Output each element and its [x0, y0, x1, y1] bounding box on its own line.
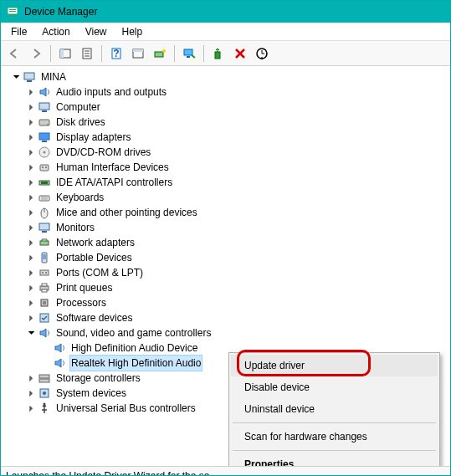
tree-item-label[interactable]: Processors — [54, 295, 108, 310]
properties-button[interactable] — [77, 44, 97, 64]
tree-item-label[interactable]: Sound, video and game controllers — [54, 325, 213, 340]
system-icon — [38, 386, 51, 400]
tree-item-label[interactable]: Disk drives — [54, 115, 107, 130]
svg-rect-40 — [39, 223, 49, 230]
tree-item-label[interactable]: Human Interface Devices — [54, 160, 171, 175]
tree-item[interactable]: ⏵Keyboards — [3, 190, 448, 205]
tree-item[interactable]: ⏵Audio inputs and outputs — [3, 84, 448, 100]
tree-item-label[interactable]: Print queues — [54, 280, 114, 295]
tree-item[interactable]: ⏵Display adapters — [3, 130, 448, 145]
tree-item[interactable]: ⏵Computer — [3, 100, 448, 115]
tree-item-label[interactable]: IDE ATA/ATAPI controllers — [54, 175, 174, 190]
tree-item[interactable]: ⏵Ports (COM & LPT) — [3, 265, 448, 280]
tree-item-label[interactable]: Mice and other pointing devices — [54, 205, 199, 220]
expand-icon[interactable]: ⏵ — [26, 145, 38, 160]
context-properties[interactable]: Properties — [231, 453, 438, 466]
show-hide-tree-button[interactable] — [55, 44, 75, 64]
expand-icon[interactable]: ⏵ — [26, 310, 38, 325]
tree-item[interactable]: ⏵Monitors — [3, 220, 448, 235]
tree-item[interactable]: ⏵Disk drives — [3, 115, 448, 130]
expand-icon[interactable]: ⏷ — [11, 69, 23, 84]
uninstall-button[interactable] — [230, 44, 250, 64]
svg-point-47 — [45, 272, 47, 274]
update-driver-button[interactable] — [208, 44, 228, 64]
expand-icon[interactable]: ⏵ — [26, 160, 38, 175]
tree-item[interactable]: ⏵Human Interface Devices — [3, 160, 448, 175]
expand-icon[interactable]: ⏵ — [26, 401, 38, 416]
svg-rect-3 — [9, 11, 16, 12]
action-button[interactable] — [128, 44, 148, 64]
expand-icon[interactable]: ⏵ — [26, 205, 38, 220]
svg-rect-41 — [42, 231, 47, 233]
statusbar: Launches the Update Driver Wizard for th… — [1, 466, 450, 476]
expand-icon[interactable]: ⏵ — [26, 84, 38, 100]
tree-item[interactable]: ⏵Network adapters — [3, 235, 448, 250]
expand-icon[interactable]: ⏵ — [26, 115, 38, 130]
tree-item-label[interactable]: Computer — [54, 100, 102, 115]
context-update-driver[interactable]: Update driver — [231, 355, 438, 376]
root-label[interactable]: MINA — [39, 69, 68, 84]
svg-point-46 — [42, 272, 44, 274]
expand-icon[interactable]: ⏵ — [26, 220, 38, 235]
tree-item-label[interactable]: DVD/CD-ROM drives — [54, 145, 152, 160]
tree-item-label[interactable]: Audio inputs and outputs — [54, 84, 168, 100]
collapse-icon[interactable]: ⏷ — [26, 325, 38, 340]
svg-rect-45 — [40, 270, 49, 275]
svg-rect-14 — [155, 52, 163, 57]
menu-action[interactable]: Action — [35, 24, 76, 39]
menu-file[interactable]: File — [4, 24, 33, 39]
tree-item-label[interactable]: Display adapters — [54, 130, 132, 145]
tree-item-label[interactable]: Ports (COM & LPT) — [54, 265, 145, 280]
context-uninstall-device[interactable]: Uninstall device — [231, 398, 438, 420]
expand-icon[interactable]: ⏵ — [26, 130, 38, 145]
tree-item-label[interactable]: Portable Devices — [54, 250, 134, 265]
expand-icon[interactable]: ⏵ — [26, 280, 38, 295]
tree-item[interactable]: ⏵Processors — [3, 295, 448, 310]
forward-button[interactable] — [26, 44, 46, 64]
tree-item-label[interactable]: Universal Serial Bus controllers — [54, 401, 197, 416]
tree-item[interactable]: ⏵DVD/CD-ROM drives — [3, 145, 448, 160]
tree-item-label[interactable]: Storage controllers — [54, 371, 142, 386]
svg-rect-23 — [42, 110, 47, 112]
expand-icon[interactable]: ⏵ — [26, 235, 38, 250]
svg-point-25 — [47, 124, 49, 125]
expand-icon[interactable]: ⏵ — [26, 371, 38, 386]
expand-icon[interactable]: ⏵ — [26, 100, 38, 115]
tree-item[interactable]: ⏵IDE ATA/ATAPI controllers — [3, 175, 448, 190]
toolbar: ? — [1, 41, 450, 66]
context-disable-device[interactable]: Disable device — [231, 376, 438, 398]
tree-item-label[interactable]: Monitors — [54, 220, 96, 235]
remote-computer-button[interactable] — [179, 44, 199, 64]
tree-item[interactable]: ⏵Software devices — [3, 310, 448, 325]
printer-icon — [38, 281, 51, 294]
context-sep — [233, 422, 436, 423]
expand-icon[interactable]: ⏵ — [26, 190, 38, 205]
device-tree[interactable]: ⏷ MINA ⏵Audio inputs and outputs⏵Compute… — [1, 66, 450, 466]
tree-item-label[interactable]: System devices — [54, 386, 128, 401]
add-legacy-button[interactable] — [150, 44, 170, 64]
menu-view[interactable]: View — [79, 24, 114, 39]
help-button[interactable]: ? — [106, 44, 126, 64]
expand-icon[interactable]: ⏵ — [26, 175, 38, 190]
menu-help[interactable]: Help — [115, 24, 150, 39]
tree-item[interactable]: ⏵Print queues — [3, 280, 448, 295]
svg-point-29 — [44, 151, 46, 154]
tree-item[interactable]: ⏷Sound, video and game controllers — [3, 325, 448, 340]
expand-icon[interactable]: ⏵ — [26, 250, 38, 265]
expand-icon[interactable]: ⏵ — [26, 386, 38, 401]
context-scan[interactable]: Scan for hardware changes — [231, 426, 438, 448]
tree-item-label[interactable]: Software devices — [54, 310, 134, 325]
speaker-icon — [53, 341, 66, 355]
tree-item[interactable]: ⏵Mice and other pointing devices — [3, 205, 448, 220]
toolbar-sep — [101, 45, 102, 62]
tree-root[interactable]: ⏷ MINA — [3, 69, 448, 84]
tree-subitem-label[interactable]: High Definition Audio Device — [69, 340, 199, 356]
back-button[interactable] — [4, 44, 24, 64]
expand-icon[interactable]: ⏵ — [26, 265, 38, 280]
scan-button[interactable] — [252, 44, 272, 64]
tree-subitem-label[interactable]: Realtek High Definition Audio — [69, 355, 202, 371]
expand-icon[interactable]: ⏵ — [26, 295, 38, 310]
tree-item[interactable]: ⏵Portable Devices — [3, 250, 448, 265]
tree-item-label[interactable]: Keyboards — [54, 190, 105, 205]
tree-item-label[interactable]: Network adapters — [54, 235, 136, 250]
